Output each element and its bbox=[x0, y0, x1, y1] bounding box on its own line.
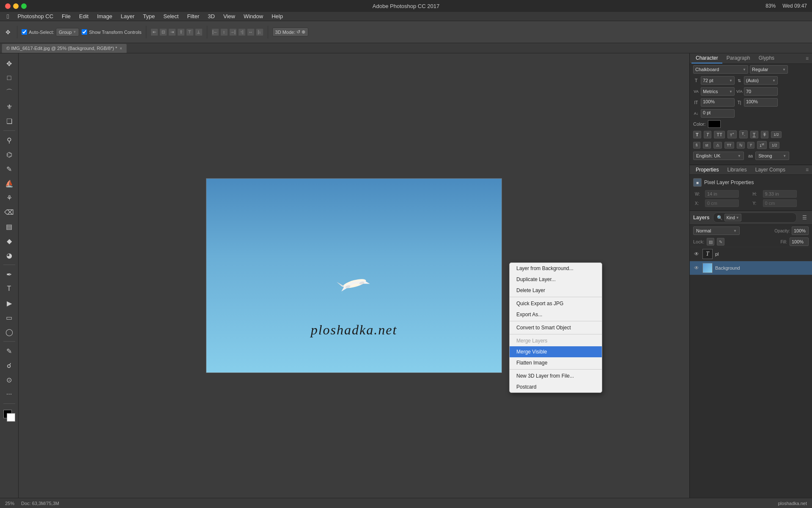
format-italic[interactable]: T bbox=[704, 131, 712, 138]
fill-input[interactable] bbox=[790, 237, 809, 246]
layer-eye-text[interactable]: 👁 bbox=[693, 251, 700, 257]
3d-icon-rotate[interactable]: ↺ bbox=[296, 29, 300, 35]
ctx-layer-from-bg[interactable]: Layer from Background... bbox=[510, 263, 602, 274]
3d-icon-pan[interactable]: ⊕ bbox=[302, 29, 305, 35]
dist-left-icon[interactable]: |← bbox=[211, 28, 219, 36]
layer-kind-dropdown[interactable]: Kind ▼ bbox=[724, 214, 741, 221]
lasso-tool[interactable]: ⌒ bbox=[3, 86, 16, 99]
history-tool[interactable]: ⚘ bbox=[3, 191, 16, 204]
close-button[interactable] bbox=[5, 3, 11, 9]
tab-properties[interactable]: Properties bbox=[691, 165, 723, 174]
format-subscript[interactable]: T- bbox=[739, 130, 748, 138]
format-half[interactable]: 1/2 bbox=[771, 131, 782, 138]
menu-3d[interactable]: 3D bbox=[204, 12, 218, 20]
kerning-input[interactable]: Metrics ▼ bbox=[701, 87, 735, 96]
move-tool-icon[interactable]: ✥ bbox=[3, 28, 13, 37]
menu-photoshop[interactable]: Photoshop CC bbox=[14, 12, 57, 20]
dist-center-v-icon[interactable]: ↔ bbox=[247, 28, 255, 36]
apple-menu[interactable]:  bbox=[3, 13, 12, 20]
marquee-tool[interactable]: □ bbox=[3, 71, 16, 85]
layers-panel-menu[interactable]: ☰ bbox=[800, 213, 809, 222]
color-swatch[interactable] bbox=[708, 120, 721, 128]
background-color[interactable] bbox=[7, 413, 15, 422]
ctx-new-3d-layer[interactable]: New 3D Layer from File... bbox=[510, 370, 602, 381]
ctx-export-as[interactable]: Export As... bbox=[510, 309, 602, 320]
lock-image[interactable]: ✎ bbox=[717, 238, 724, 246]
dist-right-icon[interactable]: →| bbox=[229, 28, 237, 36]
layer-item-text[interactable]: 👁 T pl bbox=[690, 247, 812, 261]
type-tool[interactable]: T bbox=[3, 282, 16, 295]
leading-input[interactable]: (Auto) ▼ bbox=[744, 76, 778, 85]
scale-h-input[interactable]: 100% bbox=[701, 98, 735, 107]
format-superscript[interactable]: T+ bbox=[727, 130, 737, 138]
baseline-input[interactable]: 0 pt bbox=[701, 109, 735, 118]
ctx-postcard[interactable]: Postcard bbox=[510, 381, 602, 392]
format-old-style[interactable]: ℕ bbox=[737, 142, 745, 149]
format-swash[interactable]: T bbox=[747, 142, 755, 149]
document-tab[interactable]: © IMG_6617-Edit.jpg @ 25% (Background, R… bbox=[2, 44, 127, 53]
blend-mode-dropdown[interactable]: Normal ▼ bbox=[693, 226, 740, 235]
layer-item-bg[interactable]: 👁 Background bbox=[690, 261, 812, 275]
eraser-tool[interactable]: ⌫ bbox=[3, 205, 16, 219]
eyedropper-tool[interactable]: ⚲ bbox=[3, 133, 16, 147]
language-dropdown[interactable]: English: UK ▼ bbox=[693, 152, 744, 160]
prop-x-input[interactable]: 0 cm bbox=[705, 199, 739, 207]
ellipse-tool[interactable]: ◯ bbox=[3, 325, 16, 339]
aa-dropdown[interactable]: Strong ▼ bbox=[755, 152, 789, 160]
ctx-merge-visible[interactable]: Merge Visible bbox=[510, 346, 602, 357]
clone-tool[interactable]: ⛵ bbox=[3, 177, 16, 190]
format-tt[interactable]: TT bbox=[714, 131, 724, 138]
maximize-button[interactable] bbox=[21, 3, 27, 9]
align-center-v-icon[interactable]: ⊤ bbox=[186, 28, 194, 36]
menu-filter[interactable]: Filter bbox=[184, 12, 203, 20]
hand-tool[interactable]: ✎ bbox=[3, 344, 16, 358]
menu-help[interactable]: Help bbox=[268, 12, 286, 20]
font-family-dropdown[interactable]: Chalkboard ▼ bbox=[693, 65, 748, 74]
tab-close-button[interactable]: × bbox=[120, 46, 122, 51]
font-size-input[interactable]: 72 pt ▼ bbox=[701, 76, 735, 85]
eye-tool[interactable]: ⊙ bbox=[3, 373, 16, 387]
tab-glyphs[interactable]: Glyphs bbox=[754, 53, 779, 64]
blur-tool[interactable]: ◆ bbox=[3, 234, 16, 248]
menu-view[interactable]: View bbox=[220, 12, 239, 20]
layer-eye-bg[interactable]: 👁 bbox=[693, 265, 700, 271]
ctx-convert-smart[interactable]: Convert to Smart Object bbox=[510, 322, 602, 333]
prop-panel-collapse[interactable]: ≡ bbox=[804, 167, 810, 173]
brush-tool[interactable]: ✎ bbox=[3, 162, 16, 176]
ctx-delete-layer[interactable]: Delete Layer bbox=[510, 285, 602, 296]
shape-tool[interactable]: ▭ bbox=[3, 311, 16, 324]
gradient-tool[interactable]: ▤ bbox=[3, 220, 16, 233]
path-selection-tool[interactable]: ▶ bbox=[3, 296, 16, 310]
dist-center-h-icon[interactable]: ↕ bbox=[220, 28, 228, 36]
char-panel-collapse[interactable]: ≡ bbox=[804, 55, 810, 61]
format-strikethrough[interactable]: T bbox=[761, 131, 769, 138]
auto-select-dropdown[interactable]: Group ▼ bbox=[56, 28, 80, 36]
format-st[interactable]: st bbox=[703, 142, 711, 149]
prop-y-input[interactable]: 0 cm bbox=[763, 199, 797, 207]
crop-tool[interactable]: ❏ bbox=[3, 114, 16, 128]
tab-character[interactable]: Character bbox=[691, 53, 722, 64]
align-bottom-icon[interactable]: ⊥ bbox=[195, 28, 203, 36]
pen-tool[interactable]: ✒ bbox=[3, 268, 16, 281]
menu-select[interactable]: Select bbox=[160, 12, 182, 20]
format-fi[interactable]: fi bbox=[693, 142, 700, 149]
lock-transparency[interactable]: ▤ bbox=[707, 238, 714, 246]
ctx-flatten-image[interactable]: Flatten Image bbox=[510, 357, 602, 368]
dodge-tool[interactable]: ◕ bbox=[3, 248, 16, 262]
font-style-dropdown[interactable]: Regular ▼ bbox=[750, 65, 788, 74]
align-top-icon[interactable]: ⇪ bbox=[177, 28, 185, 36]
more-tools[interactable]: ··· bbox=[3, 387, 16, 401]
align-center-h-icon[interactable]: ⊡ bbox=[159, 28, 167, 36]
move-tool[interactable]: ✥ bbox=[3, 57, 16, 70]
tab-layer-comps[interactable]: Layer Comps bbox=[751, 165, 790, 174]
dist-top-icon[interactable]: ↑| bbox=[238, 28, 246, 36]
quick-select-tool[interactable]: ⚜ bbox=[3, 100, 16, 113]
menu-layer[interactable]: Layer bbox=[118, 12, 138, 20]
format-sup-num[interactable]: 1st bbox=[757, 141, 767, 149]
format-underline[interactable]: T bbox=[750, 131, 758, 138]
format-bold[interactable]: T bbox=[693, 131, 701, 138]
menu-image[interactable]: Image bbox=[93, 12, 115, 20]
format-frac[interactable]: ⚠ bbox=[713, 142, 722, 149]
opacity-input[interactable] bbox=[792, 226, 809, 235]
heal-tool[interactable]: ⌬ bbox=[3, 148, 16, 161]
